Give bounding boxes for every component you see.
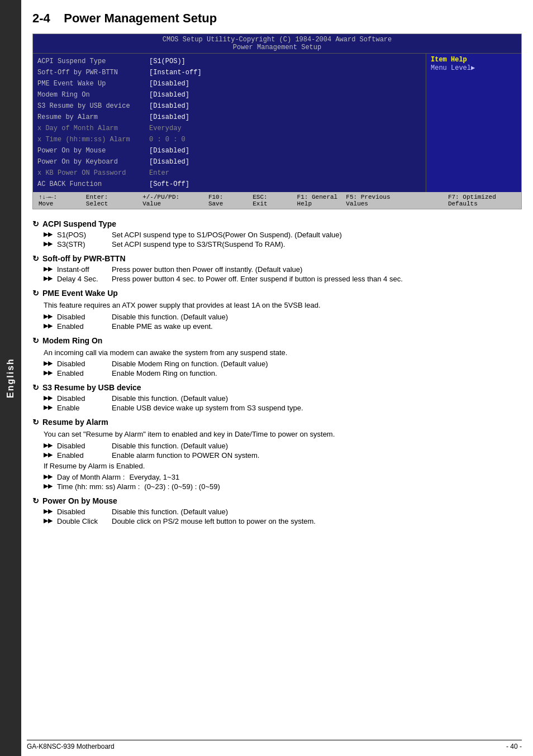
doc-arrow: ▶▶ <box>44 508 53 516</box>
doc-item: ▶▶DisabledDisable this function. (Defaul… <box>44 313 522 321</box>
bios-row-label: Soft-Off by PWR-BTTN <box>37 68 149 78</box>
bios-row-label: Power On by Mouse <box>37 146 149 156</box>
doc-note: This feature requires an ATX power suppl… <box>44 300 522 311</box>
bios-row: S3 Resume by USB device[Disabled] <box>37 101 421 112</box>
bios-row: ACPI Suspend Type[S1(POS)] <box>37 56 421 67</box>
doc-desc: Enable USB device wake up system from S3… <box>112 404 522 412</box>
doc-key: Disabled <box>57 360 107 368</box>
bios-row: Power On by Keyboard[Disabled] <box>37 156 421 168</box>
doc-arrow: ▶▶ <box>44 442 53 450</box>
doc-key: Enabled <box>57 322 107 331</box>
bios-row-value: [Disabled] <box>149 146 189 156</box>
bios-row: x KB Power ON PasswordEnter <box>37 168 421 179</box>
bios-row: PME Event Wake Up[Disabled] <box>37 78 421 89</box>
bios-row-value: [S1(POS)] <box>149 56 185 66</box>
doc-note: An incoming call via modem can awake the… <box>44 347 522 358</box>
bios-left-panel: ACPI Suspend Type[S1(POS)]Soft-Off by PW… <box>33 54 426 192</box>
doc-key: Disabled <box>57 313 107 321</box>
bios-row-label: S3 Resume by USB device <box>37 101 149 111</box>
bios-header: CMOS Setup Utility-Copyright (C) 1984-20… <box>33 34 521 54</box>
footer-f10: F10: Save <box>208 194 236 207</box>
doc-section: ACPI Suspend Type▶▶S1(POS)Set ACPI suspe… <box>32 219 522 248</box>
bios-row-label: ACPI Suspend Type <box>37 56 149 66</box>
doc-arrow: ▶▶ <box>44 473 53 481</box>
doc-arrow: ▶▶ <box>44 517 53 525</box>
doc-item: ▶▶EnabledEnable alarm function to POWER … <box>44 451 522 460</box>
bios-row-value: [Instant-off] <box>149 68 202 78</box>
doc-arrow: ▶▶ <box>44 360 53 368</box>
doc-arrow: ▶▶ <box>44 482 53 491</box>
bios-row-label: x Day of Month Alarm <box>37 123 149 133</box>
doc-note: You can set "Resume by Alarm" item to en… <box>44 429 522 440</box>
bios-row-label: Modem Ring On <box>37 90 149 100</box>
footer-enter: Enter: Select <box>86 194 126 207</box>
doc-desc: Set ACPI suspend type to S3/STR(Suspend … <box>112 240 522 248</box>
doc-desc: Disable this function. (Default value) <box>112 394 522 403</box>
doc-desc: Disable this function. (Default value) <box>112 442 522 450</box>
doc-key: Disabled <box>57 442 107 450</box>
doc-key: Disabled <box>57 508 107 516</box>
doc-desc: Enable PME as wake up event. <box>112 322 522 331</box>
doc-item: ▶▶Instant-offPress power button then Pow… <box>44 265 522 274</box>
bios-row-label: PME Event Wake Up <box>37 79 149 89</box>
doc-section: S3 Resume by USB device▶▶DisabledDisable… <box>32 383 522 412</box>
item-help-title: Item Help <box>431 56 517 64</box>
doc-heading: Power On by Mouse <box>32 496 522 505</box>
footer-f5: F5: Previous Values <box>346 194 404 207</box>
doc-item: ▶▶S3(STR)Set ACPI suspend type to S3/STR… <box>44 240 522 248</box>
doc-key: Double Click <box>57 517 107 525</box>
doc-section: Power On by Mouse▶▶DisabledDisable this … <box>32 496 522 525</box>
bios-footer-left: ↑↓→←: Move Enter: Select +/-/PU/PD: Valu… <box>39 194 346 207</box>
bios-row-value: Everyday <box>149 123 182 133</box>
doc-key: Day of Month Alarm : <box>57 473 125 481</box>
doc-desc: (0~23) : (0~59) : (0~59) <box>144 482 522 491</box>
bios-row: AC BACK Function[Soft-Off] <box>37 179 421 190</box>
doc-key: Disabled <box>57 394 107 403</box>
bios-row-value: [Disabled] <box>149 79 189 89</box>
bios-header-line1: CMOS Setup Utility-Copyright (C) 1984-20… <box>33 36 521 44</box>
bios-row-value: [Soft-Off] <box>149 179 189 189</box>
footer-f1: F1: General Help <box>297 194 346 207</box>
doc-section: Resume by AlarmYou can set "Resume by Al… <box>32 418 522 491</box>
bios-row: x Time (hh:mm:ss) Alarm0 : 0 : 0 <box>37 134 421 145</box>
footer-f7: F7: Optimized Defaults <box>448 194 516 207</box>
doc-desc: Press power button then Power off instan… <box>112 265 522 274</box>
bios-row-label: Power On by Keyboard <box>37 157 149 167</box>
doc-arrow: ▶▶ <box>44 240 53 248</box>
doc-extra-item: ▶▶Day of Month Alarm :Everyday, 1~31 <box>44 473 522 481</box>
main-content: 2-4 Power Management Setup CMOS Setup Ut… <box>27 0 533 542</box>
bios-row: Resume by Alarm[Disabled] <box>37 112 421 123</box>
doc-heading: PME Event Wake Up <box>32 289 522 298</box>
footer-esc: ESC: Exit <box>253 194 280 207</box>
bios-row: Modem Ring On[Disabled] <box>37 89 421 101</box>
doc-arrow: ▶▶ <box>44 369 53 377</box>
doc-desc: Everyday, 1~31 <box>129 473 522 481</box>
doc-arrow: ▶▶ <box>44 275 53 283</box>
doc-key: Enable <box>57 404 107 412</box>
doc-item: ▶▶Double ClickDouble click on PS/2 mouse… <box>44 517 522 525</box>
doc-item: ▶▶DisabledDisable this function. (Defaul… <box>44 508 522 516</box>
doc-key: Instant-off <box>57 265 107 274</box>
bios-header-line2: Power Management Setup <box>33 44 521 51</box>
doc-heading: ACPI Suspend Type <box>32 219 522 228</box>
sidebar-label: English <box>6 358 16 398</box>
doc-desc: Enable Modem Ring on function. <box>112 369 522 377</box>
bios-body: ACPI Suspend Type[S1(POS)]Soft-Off by PW… <box>33 54 521 192</box>
section-title: Power Management Setup <box>64 11 217 25</box>
doc-item: ▶▶EnabledEnable PME as wake up event. <box>44 322 522 331</box>
doc-desc: Enable alarm function to POWER ON system… <box>112 451 522 460</box>
doc-heading: Resume by Alarm <box>32 418 522 427</box>
doc-item: ▶▶DisabledDisable this function. (Defaul… <box>44 394 522 403</box>
doc-item: ▶▶DisabledDisable Modem Ring on function… <box>44 360 522 368</box>
bios-row-label: AC BACK Function <box>37 179 149 189</box>
doc-extra-item: ▶▶Time (hh: mm: ss) Alarm :(0~23) : (0~5… <box>44 482 522 491</box>
doc-heading: S3 Resume by USB device <box>32 383 522 392</box>
doc-key: Enabled <box>57 369 107 377</box>
bios-row-value: [Disabled] <box>149 157 189 167</box>
bios-footer: ↑↓→←: Move Enter: Select +/-/PU/PD: Valu… <box>33 192 521 209</box>
bios-row-value: Enter <box>149 168 169 178</box>
page-footer: GA-K8NSC-939 Motherboard - 40 - <box>27 740 522 750</box>
doc-item: ▶▶Delay 4 Sec.Press power button 4 sec. … <box>44 275 522 283</box>
bios-row-label: x Time (hh:mm:ss) Alarm <box>37 135 149 145</box>
doc-item: ▶▶EnabledEnable Modem Ring on function. <box>44 369 522 377</box>
